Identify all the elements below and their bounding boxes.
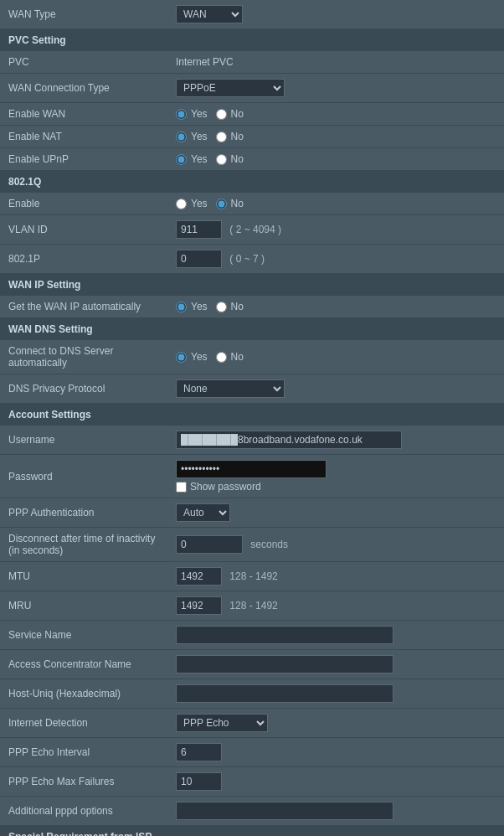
username-label: Username [0, 426, 167, 455]
internet-detection-select[interactable]: PPP Echo None Ping [176, 714, 268, 732]
ppp-auth-control: Auto PAP CHAP MS-CHAP [167, 498, 504, 528]
vlan-enable-no-option[interactable]: No [216, 198, 244, 209]
service-name-label: Service Name [0, 621, 167, 650]
ppp-echo-interval-input[interactable] [176, 743, 222, 761]
enable-wan-no-option[interactable]: No [216, 108, 244, 120]
internet-detection-label: Internet Detection [0, 709, 167, 738]
vlan-enable-yes-option[interactable]: Yes [176, 198, 208, 209]
vlan-id-label: VLAN ID [0, 215, 167, 245]
enable-upnp-yes-option[interactable]: Yes [176, 153, 208, 165]
enable-nat-no-option[interactable]: No [216, 131, 244, 142]
username-control [167, 426, 504, 455]
enable-upnp-control: Yes No [167, 148, 504, 171]
wan-connection-type-select[interactable]: PPPoE DHCP Static IP [176, 79, 285, 97]
ppp-echo-max-input[interactable] [176, 772, 222, 791]
access-conc-row: Access Concentrator Name [0, 650, 504, 679]
pvc-value: Internet PVC [167, 51, 504, 74]
enable-nat-yes-option[interactable]: Yes [176, 131, 208, 142]
internet-detection-control: PPP Echo None Ping [167, 709, 504, 738]
show-password-checkbox[interactable] [176, 482, 187, 493]
dns-privacy-select[interactable]: None DNS over HTTPS DNS over TLS [176, 379, 285, 398]
internet-detection-row: Internet Detection PPP Echo None Ping [0, 709, 504, 738]
ppp-echo-max-label: PPP Echo Max Failures [0, 767, 167, 797]
enable-wan-yes-radio[interactable] [176, 109, 187, 120]
ppp-echo-interval-row: PPP Echo Interval [0, 738, 504, 767]
vlan-enable-label: Enable [0, 193, 167, 215]
disconnect-control: seconds [167, 528, 504, 562]
mtu-control: 128 - 1492 [167, 562, 504, 591]
access-conc-input[interactable] [176, 655, 393, 673]
vlan-enable-row: Enable Yes No [0, 193, 504, 215]
vlan-8021p-row: 802.1P ( 0 ~ 7 ) [0, 245, 504, 274]
vlan-id-input[interactable] [176, 220, 222, 239]
wan-dns-auto-label: Connect to DNS Server automatically [0, 340, 167, 374]
wan-dns-auto-no-radio[interactable] [216, 352, 227, 363]
dns-privacy-control: None DNS over HTTPS DNS over TLS [167, 374, 504, 404]
enable-wan-label: Enable WAN [0, 103, 167, 126]
mtu-range: 128 - 1492 [229, 570, 277, 582]
enable-wan-yes-option[interactable]: Yes [176, 108, 208, 120]
vlan-8021p-input[interactable] [176, 250, 222, 268]
wan-connection-type-label: WAN Connection Type [0, 74, 167, 103]
enable-upnp-no-option[interactable]: No [216, 153, 244, 165]
mru-input[interactable] [176, 596, 222, 615]
pvc-table: PVC Internet PVC WAN Connection Type PPP… [0, 51, 504, 171]
vlan-enable-yes-radio[interactable] [176, 199, 187, 209]
wan-type-row: WAN Type WAN LAN [0, 0, 504, 29]
disconnect-unit: seconds [250, 539, 288, 550]
mtu-input[interactable] [176, 567, 222, 586]
disconnect-input[interactable] [176, 535, 243, 554]
enable-nat-no-radio[interactable] [216, 132, 227, 142]
host-uniq-input[interactable] [176, 684, 393, 703]
password-input[interactable] [176, 460, 327, 478]
wan-type-select[interactable]: WAN LAN [176, 5, 243, 23]
enable-upnp-no-radio[interactable] [216, 154, 227, 165]
wan-connection-type-control: PPPoE DHCP Static IP [167, 74, 504, 103]
password-label: Password [0, 455, 167, 498]
wan-connection-type-row: WAN Connection Type PPPoE DHCP Static IP [0, 74, 504, 103]
ppp-echo-interval-label: PPP Echo Interval [0, 738, 167, 767]
access-conc-control [167, 650, 504, 679]
enable-upnp-yes-radio[interactable] [176, 154, 187, 165]
wan-dns-auto-yes-option[interactable]: Yes [176, 351, 208, 363]
password-control: Show password [167, 455, 504, 498]
service-name-control [167, 621, 504, 650]
vlan-id-control: ( 2 ~ 4094 ) [167, 215, 504, 245]
vlan-table: Enable Yes No VLAN ID ( 2 ~ 4094 ) 802.1… [0, 193, 504, 274]
ppp-echo-interval-control [167, 738, 504, 767]
wan-ip-auto-yes-radio[interactable] [176, 302, 187, 312]
host-uniq-control [167, 679, 504, 709]
wan-ip-auto-yes-option[interactable]: Yes [176, 301, 208, 312]
wan-dns-auto-no-option[interactable]: No [216, 351, 244, 363]
vlan-id-row: VLAN ID ( 2 ~ 4094 ) [0, 215, 504, 245]
disconnect-label: Disconnect after time of inactivity (in … [0, 528, 167, 562]
ppp-auth-select[interactable]: Auto PAP CHAP MS-CHAP [176, 503, 230, 522]
wan-ip-auto-no-radio[interactable] [216, 302, 227, 312]
wan-ip-auto-no-option[interactable]: No [216, 301, 244, 312]
wan-dns-table: Connect to DNS Server automatically Yes … [0, 340, 504, 404]
wan-ip-auto-label: Get the WAN IP automatically [0, 296, 167, 318]
access-conc-label: Access Concentrator Name [0, 650, 167, 679]
mru-label: MRU [0, 591, 167, 621]
ppp-auth-label: PPP Authentication [0, 498, 167, 528]
service-name-input[interactable] [176, 626, 393, 644]
vlan-8021p-range: ( 0 ~ 7 ) [229, 253, 265, 265]
username-input[interactable] [176, 431, 402, 449]
wan-dns-section-header: WAN DNS Setting [0, 318, 504, 340]
wan-type-control: WAN LAN [176, 5, 243, 23]
enable-nat-yes-radio[interactable] [176, 132, 187, 142]
pvc-row: PVC Internet PVC [0, 51, 504, 74]
wan-dns-auto-control: Yes No [167, 340, 504, 374]
password-row: Password Show password [0, 455, 504, 498]
ppp-auth-row: PPP Authentication Auto PAP CHAP MS-CHAP [0, 498, 504, 528]
enable-upnp-label: Enable UPnP [0, 148, 167, 171]
wan-ip-auto-row: Get the WAN IP automatically Yes No [0, 296, 504, 318]
mtu-label: MTU [0, 562, 167, 591]
enable-wan-no-radio[interactable] [216, 109, 227, 120]
additional-pppd-input[interactable] [176, 802, 393, 820]
vlan-enable-no-radio[interactable] [216, 199, 227, 209]
wan-dns-auto-row: Connect to DNS Server automatically Yes … [0, 340, 504, 374]
vlan-enable-control: Yes No [167, 193, 504, 215]
wan-dns-auto-yes-radio[interactable] [176, 352, 187, 363]
special-req-section-header: Special Requirement from ISP [0, 826, 504, 836]
